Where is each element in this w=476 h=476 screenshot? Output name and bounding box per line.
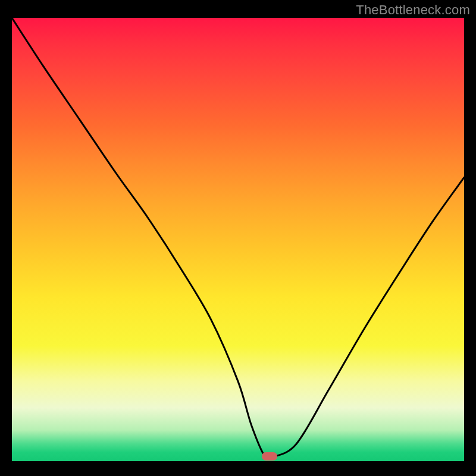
- attribution-text: TheBottleneck.com: [356, 2, 470, 18]
- chart-stage: TheBottleneck.com: [0, 0, 476, 476]
- plot-gradient-background: [12, 18, 464, 461]
- bottleneck-marker: [262, 452, 277, 461]
